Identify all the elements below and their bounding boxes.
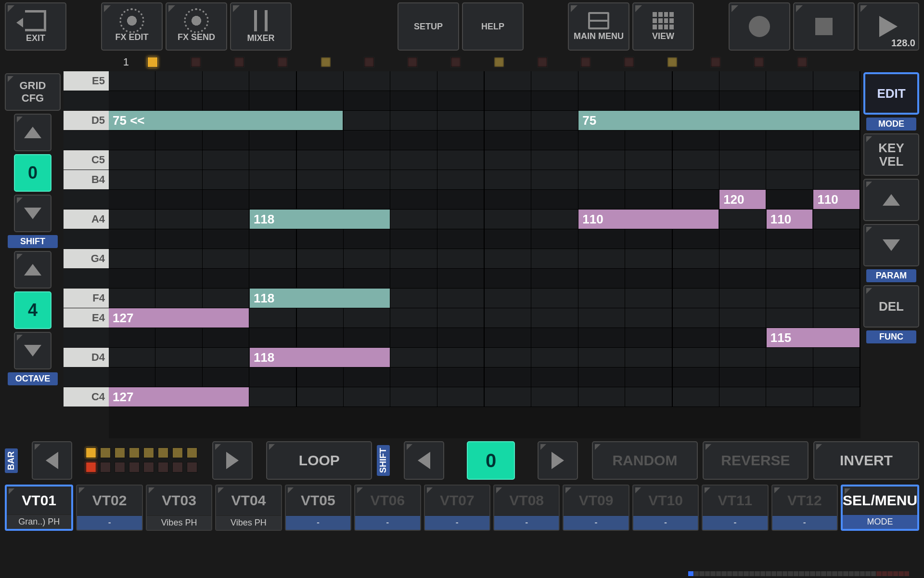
track-tab[interactable]: VT03Vibes PH <box>146 485 212 531</box>
track-tab[interactable]: VT04Vibes PH <box>215 485 282 531</box>
piano-key[interactable]: F4 <box>64 289 109 308</box>
step-led[interactable] <box>537 57 548 67</box>
view-button[interactable]: VIEW <box>632 2 694 51</box>
step-led[interactable] <box>797 57 808 67</box>
invert-button[interactable]: INVERT <box>813 441 919 480</box>
piano-key[interactable]: A4 <box>64 210 109 229</box>
step-led[interactable] <box>450 57 461 67</box>
step-led[interactable] <box>710 57 721 67</box>
note[interactable]: 110 <box>578 210 719 229</box>
bar-led[interactable] <box>100 462 111 473</box>
piano-key[interactable]: D5 <box>64 111 109 131</box>
main-menu-button[interactable]: MAIN MENU <box>568 2 629 51</box>
bar-led[interactable] <box>187 447 197 458</box>
piano-key[interactable]: D4 <box>64 348 109 368</box>
piano-key[interactable]: G4 <box>64 249 109 269</box>
fx-send-button[interactable]: FX SEND <box>166 2 227 51</box>
param-up-button[interactable] <box>863 179 919 221</box>
step-led[interactable] <box>147 57 158 67</box>
shift-down-button[interactable] <box>14 195 51 232</box>
shift-left-button[interactable] <box>404 441 444 480</box>
bar-led[interactable] <box>143 447 154 458</box>
bar-led[interactable] <box>158 447 168 458</box>
piano-key[interactable] <box>64 131 109 150</box>
stop-button[interactable] <box>793 2 855 51</box>
bar-led[interactable] <box>143 462 154 473</box>
step-led[interactable] <box>754 57 764 67</box>
octave-value[interactable]: 4 <box>14 291 51 329</box>
delete-button[interactable]: DEL <box>863 285 919 328</box>
shift-up-button[interactable] <box>14 114 51 151</box>
piano-key[interactable]: E5 <box>64 71 109 91</box>
bar-led[interactable] <box>115 462 125 473</box>
grid-cfg-button[interactable]: GRID CFG <box>5 73 61 111</box>
piano-key[interactable]: C4 <box>64 387 109 407</box>
loop-button[interactable]: LOOP <box>266 441 372 480</box>
song-position-strip[interactable] <box>688 571 910 578</box>
bar-led[interactable] <box>129 447 140 458</box>
piano-key[interactable] <box>64 229 109 249</box>
piano-key[interactable] <box>64 190 109 210</box>
mixer-button[interactable]: MIXER <box>230 2 292 51</box>
step-led[interactable] <box>667 57 678 67</box>
bar-led[interactable] <box>86 447 96 458</box>
piano-key[interactable]: B4 <box>64 170 109 190</box>
bar-led[interactable] <box>129 462 140 473</box>
bar-next-button[interactable] <box>212 441 253 480</box>
record-button[interactable] <box>729 2 790 51</box>
note[interactable]: 110 <box>767 210 813 229</box>
track-tab[interactable]: VT01Gran..) PH <box>5 485 73 531</box>
piano-key[interactable]: E4 <box>64 308 109 328</box>
step-led[interactable] <box>580 57 591 67</box>
bottom-shift-value[interactable]: 0 <box>467 441 515 480</box>
track-tab[interactable]: VT09- <box>563 485 629 531</box>
track-tab[interactable]: VT08- <box>493 485 560 531</box>
sel-menu-button[interactable]: SEL/MENUMODE <box>841 485 919 531</box>
step-led[interactable] <box>494 57 504 67</box>
exit-button[interactable]: EXIT <box>5 2 66 51</box>
bar-led[interactable] <box>115 447 125 458</box>
track-tab[interactable]: VT05- <box>285 485 351 531</box>
piano-key[interactable] <box>64 328 109 348</box>
track-tab[interactable]: VT02- <box>76 485 142 531</box>
play-button[interactable]: 128.0 <box>858 2 919 51</box>
bar-led[interactable] <box>86 462 96 473</box>
track-tab[interactable]: VT10- <box>632 485 699 531</box>
note[interactable]: 127 <box>109 387 249 407</box>
piano-key[interactable] <box>64 91 109 111</box>
note[interactable]: 127 <box>109 308 249 328</box>
note[interactable]: 75 <box>578 111 860 130</box>
shift-value[interactable]: 0 <box>14 154 51 192</box>
octave-up-button[interactable] <box>14 251 51 289</box>
bar-led[interactable] <box>100 447 111 458</box>
step-led[interactable] <box>321 57 331 67</box>
bar-led[interactable] <box>172 462 183 473</box>
fx-edit-button[interactable]: FX EDIT <box>101 2 163 51</box>
note-grid[interactable]: 75 <<75118110110120110118127115118127 <box>109 71 860 438</box>
step-led[interactable] <box>234 57 244 67</box>
piano-key[interactable] <box>64 269 109 289</box>
piano-key[interactable] <box>64 368 109 387</box>
step-led[interactable] <box>624 57 634 67</box>
step-led[interactable] <box>191 57 201 67</box>
shift-right-button[interactable] <box>538 441 578 480</box>
note[interactable]: 118 <box>250 210 390 229</box>
piano-key[interactable]: C5 <box>64 150 109 170</box>
step-led[interactable] <box>277 57 288 67</box>
note[interactable]: 110 <box>813 190 860 209</box>
track-tab[interactable]: VT06- <box>354 485 421 531</box>
edit-mode-button[interactable]: EDIT <box>863 72 919 115</box>
track-tab[interactable]: VT07- <box>424 485 490 531</box>
bar-leds[interactable] <box>86 447 198 473</box>
step-led[interactable] <box>364 57 374 67</box>
note[interactable]: 75 << <box>109 111 343 130</box>
bar-led[interactable] <box>158 462 168 473</box>
octave-down-button[interactable] <box>14 332 51 369</box>
note[interactable]: 118 <box>250 348 390 367</box>
step-led[interactable] <box>407 57 418 67</box>
note[interactable]: 118 <box>250 289 390 308</box>
random-button[interactable]: RANDOM <box>592 441 698 480</box>
param-down-button[interactable] <box>863 224 919 266</box>
key-vel-button[interactable]: KEY VEL <box>863 133 919 176</box>
help-button[interactable]: HELP <box>462 2 524 51</box>
